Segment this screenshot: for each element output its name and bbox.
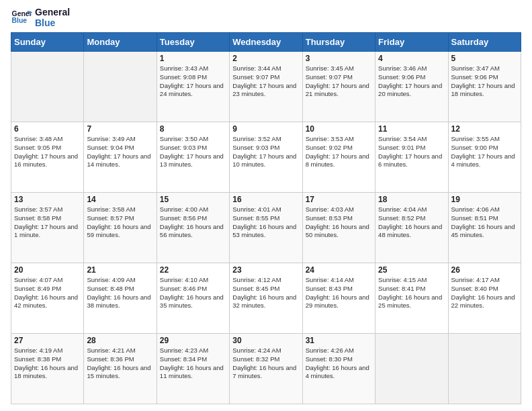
cell-info: Sunrise: 3:57 AM Sunset: 8:58 PM Dayligh…: [14, 205, 81, 240]
day-number: 11: [378, 124, 445, 134]
col-header-tuesday: Tuesday: [157, 33, 229, 52]
calendar-cell: 21Sunrise: 4:09 AM Sunset: 8:48 PM Dayli…: [84, 263, 157, 334]
cell-info: Sunrise: 4:12 AM Sunset: 8:45 PM Dayligh…: [232, 276, 299, 310]
calendar-cell: 26Sunrise: 4:17 AM Sunset: 8:40 PM Dayli…: [448, 263, 521, 334]
calendar-cell: 5Sunrise: 3:47 AM Sunset: 9:06 PM Daylig…: [448, 52, 521, 122]
calendar-week-1: 6Sunrise: 3:48 AM Sunset: 9:05 PM Daylig…: [11, 122, 521, 193]
day-number: 10: [306, 124, 372, 134]
calendar-cell: 11Sunrise: 3:54 AM Sunset: 9:01 PM Dayli…: [375, 122, 448, 193]
calendar-cell: 15Sunrise: 4:00 AM Sunset: 8:56 PM Dayli…: [157, 193, 229, 263]
calendar-cell: 30Sunrise: 4:24 AM Sunset: 8:32 PM Dayli…: [230, 334, 302, 404]
day-number: 24: [306, 265, 372, 275]
col-header-thursday: Thursday: [302, 33, 375, 52]
calendar-cell: 9Sunrise: 3:52 AM Sunset: 9:03 PM Daylig…: [230, 122, 302, 193]
cell-info: Sunrise: 3:53 AM Sunset: 9:02 PM Dayligh…: [306, 135, 372, 169]
day-number: 3: [306, 54, 372, 63]
calendar-cell: 8Sunrise: 3:50 AM Sunset: 9:03 PM Daylig…: [157, 122, 229, 193]
calendar-cell: 4Sunrise: 3:46 AM Sunset: 9:06 PM Daylig…: [375, 52, 448, 122]
calendar-cell: [11, 52, 84, 122]
cell-info: Sunrise: 4:23 AM Sunset: 8:34 PM Dayligh…: [160, 347, 226, 381]
col-header-saturday: Saturday: [448, 33, 521, 52]
col-header-friday: Friday: [375, 33, 448, 52]
logo: General Blue General Blue: [11, 7, 70, 28]
day-number: 18: [378, 195, 445, 204]
day-number: 7: [87, 124, 153, 134]
day-number: 21: [87, 265, 153, 275]
calendar-week-0: 1Sunrise: 3:43 AM Sunset: 9:08 PM Daylig…: [11, 52, 521, 122]
col-header-monday: Monday: [84, 33, 157, 52]
calendar-cell: 18Sunrise: 4:04 AM Sunset: 8:52 PM Dayli…: [375, 193, 448, 263]
calendar-cell: 13Sunrise: 3:57 AM Sunset: 8:58 PM Dayli…: [11, 193, 84, 263]
calendar-cell: 19Sunrise: 4:06 AM Sunset: 8:51 PM Dayli…: [448, 193, 521, 263]
cell-info: Sunrise: 3:44 AM Sunset: 9:07 PM Dayligh…: [232, 64, 299, 99]
calendar-cell: 14Sunrise: 3:58 AM Sunset: 8:57 PM Dayli…: [84, 193, 157, 263]
calendar-cell: 31Sunrise: 4:26 AM Sunset: 8:30 PM Dayli…: [302, 334, 375, 404]
cell-info: Sunrise: 4:26 AM Sunset: 8:30 PM Dayligh…: [306, 347, 372, 381]
cell-info: Sunrise: 4:04 AM Sunset: 8:52 PM Dayligh…: [378, 205, 445, 240]
cell-info: Sunrise: 4:24 AM Sunset: 8:32 PM Dayligh…: [232, 347, 299, 381]
logo-icon: General Blue: [11, 7, 32, 28]
calendar-cell: 1Sunrise: 3:43 AM Sunset: 9:08 PM Daylig…: [157, 52, 229, 122]
day-number: 4: [378, 54, 445, 63]
cell-info: Sunrise: 3:52 AM Sunset: 9:03 PM Dayligh…: [232, 135, 299, 169]
cell-info: Sunrise: 3:49 AM Sunset: 9:04 PM Dayligh…: [87, 135, 153, 169]
calendar-cell: 16Sunrise: 4:01 AM Sunset: 8:55 PM Dayli…: [230, 193, 302, 263]
day-number: 22: [160, 265, 226, 275]
cell-info: Sunrise: 4:06 AM Sunset: 8:51 PM Dayligh…: [451, 205, 518, 240]
calendar-week-3: 20Sunrise: 4:07 AM Sunset: 8:49 PM Dayli…: [11, 263, 521, 334]
calendar-header-row: SundayMondayTuesdayWednesdayThursdayFrid…: [11, 33, 521, 52]
cell-info: Sunrise: 4:10 AM Sunset: 8:46 PM Dayligh…: [160, 276, 226, 310]
day-number: 31: [306, 336, 372, 345]
day-number: 28: [87, 336, 153, 345]
cell-info: Sunrise: 4:14 AM Sunset: 8:43 PM Dayligh…: [306, 276, 372, 310]
day-number: 15: [160, 195, 226, 204]
cell-info: Sunrise: 4:09 AM Sunset: 8:48 PM Dayligh…: [87, 276, 153, 310]
calendar-cell: 22Sunrise: 4:10 AM Sunset: 8:46 PM Dayli…: [157, 263, 229, 334]
cell-info: Sunrise: 3:54 AM Sunset: 9:01 PM Dayligh…: [378, 135, 445, 169]
cell-info: Sunrise: 4:19 AM Sunset: 8:38 PM Dayligh…: [14, 347, 81, 381]
cell-info: Sunrise: 3:47 AM Sunset: 9:06 PM Dayligh…: [451, 64, 518, 99]
day-number: 12: [451, 124, 518, 134]
cell-info: Sunrise: 4:03 AM Sunset: 8:53 PM Dayligh…: [306, 205, 372, 240]
day-number: 27: [14, 336, 81, 345]
cell-info: Sunrise: 4:17 AM Sunset: 8:40 PM Dayligh…: [451, 276, 518, 310]
day-number: 2: [232, 54, 299, 63]
calendar-week-2: 13Sunrise: 3:57 AM Sunset: 8:58 PM Dayli…: [11, 193, 521, 263]
header: General Blue General Blue: [11, 7, 521, 28]
calendar-cell: 25Sunrise: 4:15 AM Sunset: 8:41 PM Dayli…: [375, 263, 448, 334]
col-header-sunday: Sunday: [11, 33, 84, 52]
calendar-table: SundayMondayTuesdayWednesdayThursdayFrid…: [11, 32, 521, 404]
day-number: 16: [232, 195, 299, 204]
day-number: 14: [87, 195, 153, 204]
day-number: 8: [160, 124, 226, 134]
cell-info: Sunrise: 3:43 AM Sunset: 9:08 PM Dayligh…: [160, 64, 226, 99]
day-number: 30: [232, 336, 299, 345]
cell-info: Sunrise: 4:01 AM Sunset: 8:55 PM Dayligh…: [232, 205, 299, 240]
calendar-cell: 10Sunrise: 3:53 AM Sunset: 9:02 PM Dayli…: [302, 122, 375, 193]
day-number: 23: [232, 265, 299, 275]
calendar-cell: [448, 334, 521, 404]
calendar-cell: 2Sunrise: 3:44 AM Sunset: 9:07 PM Daylig…: [230, 52, 302, 122]
logo-general: General: [35, 7, 70, 17]
day-number: 26: [451, 265, 518, 275]
calendar-cell: 27Sunrise: 4:19 AM Sunset: 8:38 PM Dayli…: [11, 334, 84, 404]
day-number: 9: [232, 124, 299, 134]
calendar-cell: [375, 334, 448, 404]
calendar-cell: 20Sunrise: 4:07 AM Sunset: 8:49 PM Dayli…: [11, 263, 84, 334]
day-number: 5: [451, 54, 518, 63]
calendar-cell: 23Sunrise: 4:12 AM Sunset: 8:45 PM Dayli…: [230, 263, 302, 334]
cell-info: Sunrise: 3:50 AM Sunset: 9:03 PM Dayligh…: [160, 135, 226, 169]
cell-info: Sunrise: 3:58 AM Sunset: 8:57 PM Dayligh…: [87, 205, 153, 240]
calendar-week-4: 27Sunrise: 4:19 AM Sunset: 8:38 PM Dayli…: [11, 334, 521, 404]
cell-info: Sunrise: 3:48 AM Sunset: 9:05 PM Dayligh…: [14, 135, 81, 169]
cell-info: Sunrise: 4:15 AM Sunset: 8:41 PM Dayligh…: [378, 276, 445, 310]
calendar-cell: 17Sunrise: 4:03 AM Sunset: 8:53 PM Dayli…: [302, 193, 375, 263]
cell-info: Sunrise: 3:45 AM Sunset: 9:07 PM Dayligh…: [306, 64, 372, 99]
day-number: 1: [160, 54, 226, 63]
day-number: 25: [378, 265, 445, 275]
calendar-cell: 24Sunrise: 4:14 AM Sunset: 8:43 PM Dayli…: [302, 263, 375, 334]
day-number: 19: [451, 195, 518, 204]
day-number: 13: [14, 195, 81, 204]
cell-info: Sunrise: 3:55 AM Sunset: 9:00 PM Dayligh…: [451, 135, 518, 169]
day-number: 29: [160, 336, 226, 345]
